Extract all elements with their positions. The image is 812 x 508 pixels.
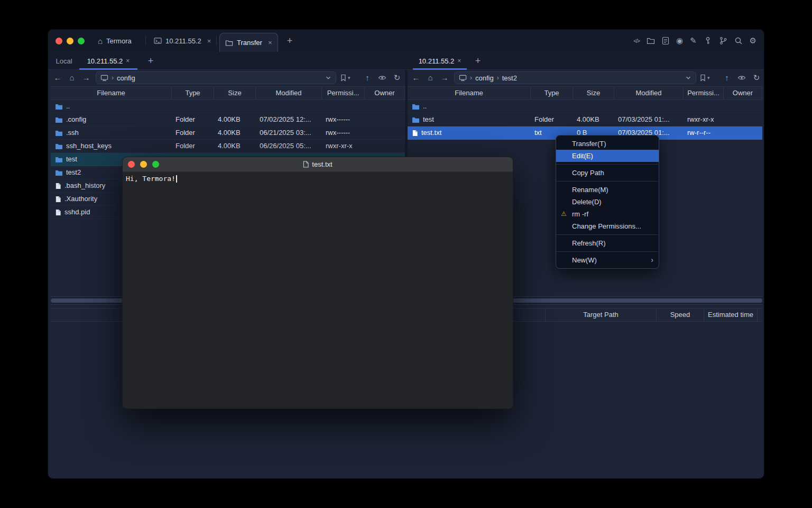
column-header-owner[interactable]: Owner — [724, 87, 762, 99]
right-table-header: Filename Type Size Modified Permissi... … — [408, 86, 762, 100]
tab-termora[interactable]: ⌂ Termora — [93, 30, 137, 52]
up-directory-icon[interactable]: ↑ — [723, 70, 731, 86]
window-zoom-button[interactable] — [78, 38, 85, 44]
menu-item-delete[interactable]: Delete(D) — [556, 196, 659, 208]
code-icon[interactable]: </> — [633, 38, 639, 44]
menu-item-rename[interactable]: Rename(M) — [556, 184, 659, 196]
file-row[interactable]: test Folder 4.00KB 07/03/2025 01:... rwx… — [408, 113, 762, 126]
new-tab-button[interactable]: + — [284, 35, 295, 46]
right-new-tab-button[interactable]: + — [472, 52, 484, 70]
menu-item-change-permissions[interactable]: Change Permissions... — [556, 220, 659, 232]
editor-close-button[interactable] — [128, 161, 135, 168]
window-close-button[interactable] — [56, 38, 62, 44]
file-name: .bash_history — [64, 179, 105, 192]
file-size — [573, 100, 614, 113]
search-icon[interactable] — [734, 37, 743, 45]
menu-item-new[interactable]: New(W) › — [556, 254, 659, 266]
file-icon — [55, 196, 61, 203]
tab-transfer[interactable]: Transfer × — [219, 33, 278, 52]
tab-session[interactable]: 10.211.55.2 × — [149, 30, 216, 52]
pencil-icon[interactable]: ✎ — [690, 37, 697, 45]
refresh-icon[interactable]: ↻ — [752, 70, 761, 86]
branch-icon[interactable] — [719, 37, 727, 45]
column-header-owner[interactable]: Owner — [365, 87, 405, 99]
column-header-type[interactable]: Type — [172, 87, 214, 99]
file-modified: 06/26/2025 05:... — [256, 140, 322, 152]
menu-item-label: rm -rf — [572, 210, 588, 218]
tab-separator — [145, 36, 146, 46]
editor-zoom-button[interactable] — [152, 161, 159, 168]
file-permissions: rwxr-xr-x — [684, 113, 724, 126]
folder-icon[interactable] — [647, 37, 655, 44]
menu-item-copy-path[interactable]: Copy Path — [556, 167, 659, 179]
back-icon[interactable]: ← — [412, 70, 420, 86]
column-header-filename[interactable]: Filename — [51, 87, 172, 99]
close-tab-icon[interactable]: × — [126, 57, 130, 65]
editor-titlebar[interactable]: test.txt — [123, 157, 513, 172]
terminal-icon — [154, 37, 162, 44]
menu-item-transfer[interactable]: Transfer(T) — [556, 138, 659, 150]
file-owner — [724, 126, 762, 139]
file-icon — [55, 209, 61, 216]
column-header-type[interactable]: Type — [531, 87, 573, 99]
forward-icon[interactable]: → — [440, 70, 449, 86]
tab-local[interactable]: Local — [51, 52, 77, 70]
file-row[interactable]: .. — [408, 100, 762, 113]
eye-icon[interactable] — [737, 75, 746, 81]
chevron-down-icon[interactable] — [685, 75, 691, 81]
column-header-permissions[interactable]: Permissi... — [322, 87, 365, 99]
file-row[interactable]: .ssh Folder 4.00KB 06/21/2025 03:... rwx… — [51, 126, 405, 140]
close-tab-icon[interactable]: × — [207, 37, 211, 45]
file-owner — [724, 100, 762, 113]
tab-right-session[interactable]: 10.211.55.2 × — [412, 52, 468, 70]
file-permissions — [684, 100, 724, 113]
log-icon[interactable] — [662, 37, 669, 45]
file-row[interactable]: ssh_host_keys Folder 4.00KB 06/26/2025 0… — [51, 140, 405, 153]
path-segment[interactable]: config — [475, 74, 494, 82]
editor-minimize-button[interactable] — [140, 161, 147, 168]
file-size: 4.00KB — [214, 113, 256, 126]
menu-separator — [557, 181, 658, 182]
left-table-header: Filename Type Size Modified Permissi... … — [51, 86, 405, 100]
file-size: 4.00KB — [214, 140, 256, 152]
column-header-modified[interactable]: Modified — [256, 87, 322, 99]
left-new-tab-button[interactable]: + — [144, 52, 157, 70]
file-modified — [256, 100, 322, 113]
column-header-modified[interactable]: Modified — [614, 87, 684, 99]
file-permissions: rwx------ — [322, 113, 365, 126]
path-segment[interactable]: test2 — [502, 74, 517, 82]
file-name: ssh_host_keys — [66, 140, 112, 152]
gear-icon[interactable]: ⚙ — [750, 37, 756, 45]
record-icon[interactable]: ◉ — [676, 37, 683, 45]
file-permissions: rwx------ — [322, 126, 365, 139]
file-name: test.txt — [421, 126, 441, 139]
column-header-size[interactable]: Size — [214, 87, 256, 99]
column-header-size[interactable]: Size — [573, 87, 614, 99]
column-header-estimated-time[interactable]: Estimated time — [704, 309, 758, 321]
close-tab-icon[interactable]: × — [268, 39, 272, 47]
editor-content[interactable]: Hi, Termora! — [123, 172, 513, 409]
menu-item-edit[interactable]: Edit(E) — [556, 150, 659, 162]
column-header-target-path[interactable]: Target Path — [545, 309, 656, 321]
bookmark-icon[interactable] — [699, 74, 706, 81]
column-header-speed[interactable]: Speed — [656, 309, 704, 321]
context-menu: Transfer(T) Edit(E) Copy Path Rename(M) … — [556, 135, 659, 269]
column-header-permissions[interactable]: Permissi... — [684, 87, 724, 99]
folder-icon — [225, 39, 233, 47]
file-name: .ssh — [66, 126, 79, 139]
file-permissions: rwxr-xr-x — [322, 140, 365, 152]
close-tab-icon[interactable]: × — [457, 57, 461, 65]
file-row[interactable]: .. — [51, 100, 405, 113]
menu-item-rm-rf[interactable]: ⚠ rm -rf — [556, 208, 659, 220]
file-permissions: rw-r--r-- — [684, 126, 724, 139]
home-icon[interactable]: ⌂ — [426, 70, 435, 86]
tab-left-session[interactable]: 10.211.55.2 × — [78, 52, 139, 70]
column-header-filename[interactable]: Filename — [408, 87, 531, 99]
file-type: Folder — [172, 113, 214, 126]
file-row[interactable]: .config Folder 4.00KB 07/02/2025 12:... … — [51, 113, 405, 126]
menu-item-refresh[interactable]: Refresh(R) — [556, 237, 659, 249]
path-field[interactable]: › config › test2 — [454, 71, 696, 84]
bookmark-dropdown-icon[interactable]: ▾ — [707, 70, 710, 86]
key-icon[interactable] — [704, 37, 712, 45]
window-minimize-button[interactable] — [67, 38, 73, 44]
